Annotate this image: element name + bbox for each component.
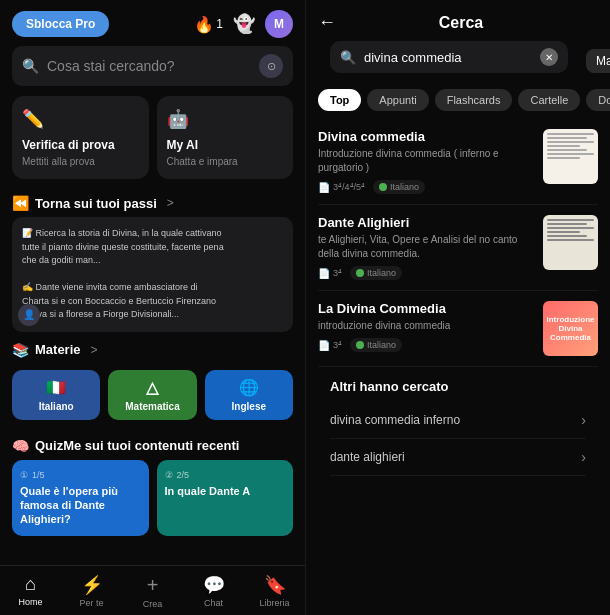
lang-badge-1: Italiano <box>373 180 425 194</box>
result-item-2[interactable]: Dante Alighieri te Alighieri, Vita, Oper… <box>318 205 598 291</box>
thumb-colored-3: introduzione Divina Commedia <box>543 301 598 356</box>
myai-icon: 🤖 <box>167 108 284 130</box>
altri-section: Altri hanno cercato divina commedia infe… <box>318 367 598 476</box>
tab-domande[interactable]: Domande <box>586 89 610 111</box>
thumb-line <box>547 235 587 237</box>
matematica-label: Matematica <box>125 401 179 412</box>
quiz-text-1: Quale è l'opera più famosa di Dante Alig… <box>20 484 141 527</box>
verifica-title: Verifica di prova <box>22 138 139 152</box>
passi-section-row[interactable]: ⏪ Torna sui tuoi passi > <box>0 189 305 217</box>
quizme-section-row: 🧠 QuizMe sui tuoi contenuti recenti <box>12 430 293 454</box>
thumb-line <box>547 145 580 147</box>
ghost-icon[interactable]: 👻 <box>233 13 255 35</box>
thumb-line <box>547 231 580 233</box>
sblocca-pro-button[interactable]: Sblocca Pro <box>12 11 109 37</box>
result-desc-2: te Alighieri, Vita, Opere e Analisi del … <box>318 233 533 261</box>
meta-text-3: 3⁴ <box>333 340 342 350</box>
meta-doc-icon-2: 📄 <box>318 268 330 279</box>
meta-doc-icon-1: 📄 <box>318 182 330 193</box>
right-search-bar[interactable]: 🔍 ✕ <box>330 41 568 73</box>
thumb-line <box>547 227 594 229</box>
result-content-1: Divina commedia Introduzione divina comm… <box>318 129 533 194</box>
materia-italiano[interactable]: 🇮🇹 Italiano <box>12 370 100 420</box>
fire-badge: 🔥 1 <box>194 15 223 34</box>
lang-badge-2: Italiano <box>350 266 402 280</box>
quiz-card-2[interactable]: ② 2/5 In quale Dante A <box>157 460 294 537</box>
flashcard-preview-text: 📝 Ricerca la storia di Divina, in la qua… <box>22 227 283 322</box>
thumb-paper-1 <box>543 129 598 184</box>
result-desc-3: introduzione divina commedia <box>318 319 533 333</box>
tab-flashcards[interactable]: Flashcards <box>435 89 513 111</box>
materie-arrow: > <box>91 343 98 357</box>
forte-label: Per te <box>79 598 103 608</box>
quick-card-verifica[interactable]: ✏️ Verifica di prova Mettiti alla prova <box>12 96 149 179</box>
crea-icon: + <box>147 574 159 597</box>
left-header: Sblocca Pro 🔥 1 👻 M <box>0 0 305 46</box>
altri-item-2[interactable]: dante alighieri › <box>330 439 586 476</box>
result-item-1[interactable]: Divina commedia Introduzione divina comm… <box>318 119 598 205</box>
myai-subtitle: Chatta e impara <box>167 156 284 167</box>
result-desc-1: Introduzione divina commedia ( inferno e… <box>318 147 533 175</box>
inglese-icon: 🌐 <box>239 378 259 397</box>
meta-doc-icon-3: 📄 <box>318 340 330 351</box>
materie-section-row[interactable]: 📚 Materie > <box>12 342 293 364</box>
verifica-subtitle: Mettiti alla prova <box>22 156 139 167</box>
avatar[interactable]: M <box>265 10 293 38</box>
altri-text-1: divina commedia inferno <box>330 413 460 427</box>
quick-card-myai[interactable]: 🤖 My AI Chatta e impara <box>157 96 294 179</box>
altri-title: Altri hanno cercato <box>330 379 586 394</box>
quiz-text-2: In quale Dante A <box>165 484 286 498</box>
italiano-label: Italiano <box>39 401 74 412</box>
altri-arrow-2: › <box>581 449 586 465</box>
quiz-counter-1: ① 1/5 <box>20 470 141 480</box>
nav-libreria[interactable]: 🔖 Libreria <box>244 572 305 611</box>
passi-icon: ⏪ <box>12 195 29 211</box>
tab-top[interactable]: Top <box>318 89 361 111</box>
right-search-row: 🔍 ✕ Materia ▾ <box>306 41 610 89</box>
result-title-1: Divina commedia <box>318 129 533 144</box>
clear-search-button[interactable]: ✕ <box>540 48 558 66</box>
thumb-line <box>547 239 594 241</box>
header-icons: 🔥 1 👻 M <box>194 10 293 38</box>
materie-section: 📚 Materie > 🇮🇹 Italiano △ Matematica 🌐 I… <box>0 342 305 430</box>
materie-pills: 🇮🇹 Italiano △ Matematica 🌐 Inglese <box>12 370 293 420</box>
filter-label: Materia <box>596 54 610 68</box>
lang-text-1: Italiano <box>390 182 419 192</box>
nav-home[interactable]: ⌂ Home <box>0 572 61 611</box>
quiz-card-1[interactable]: ① 1/5 Quale è l'opera più famosa di Dant… <box>12 460 149 537</box>
thumb-paper-2 <box>543 215 598 270</box>
result-title-3: La Divina Commedia <box>318 301 533 316</box>
result-meta-2: 📄 3⁴ Italiano <box>318 266 533 280</box>
nav-forte[interactable]: ⚡ Per te <box>61 572 122 611</box>
thumb-line <box>547 133 594 135</box>
right-search-input[interactable] <box>364 50 532 65</box>
lang-dot-3 <box>356 341 364 349</box>
bottom-nav: ⌂ Home ⚡ Per te + Crea 💬 Chat 🔖 Libreria <box>0 565 305 615</box>
altri-text-2: dante alighieri <box>330 450 405 464</box>
nav-crea[interactable]: + Crea <box>122 572 183 611</box>
quizme-title: QuizMe sui tuoi contenuti recenti <box>35 438 239 453</box>
materia-inglese[interactable]: 🌐 Inglese <box>205 370 293 420</box>
right-panel-title: Cerca <box>344 14 578 32</box>
result-thumb-2 <box>543 215 598 270</box>
thumb-line <box>547 137 587 139</box>
altri-arrow-1: › <box>581 412 586 428</box>
materia-matematica[interactable]: △ Matematica <box>108 370 196 420</box>
result-meta-3: 📄 3⁴ Italiano <box>318 338 533 352</box>
nav-chat[interactable]: 💬 Chat <box>183 572 244 611</box>
materia-filter-button[interactable]: Materia ▾ <box>586 49 610 73</box>
lang-dot-1 <box>379 183 387 191</box>
tab-cartelle[interactable]: Cartelle <box>518 89 580 111</box>
result-item-3[interactable]: La Divina Commedia introduzione divina c… <box>318 291 598 367</box>
thumb-line <box>547 153 594 155</box>
meta-text-1: 3⁴/4⁴/5⁴ <box>333 182 365 192</box>
altri-item-1[interactable]: divina commedia inferno › <box>330 402 586 439</box>
lang-text-2: Italiano <box>367 268 396 278</box>
flashcard-user-avatar: 👤 <box>18 304 40 326</box>
left-search-bar[interactable]: 🔍 Cosa stai cercando? ⊙ <box>12 46 293 86</box>
inglese-label: Inglese <box>232 401 266 412</box>
right-panel: ← Cerca 🔍 ✕ Materia ▾ Top Appunti Flashc… <box>305 0 610 615</box>
back-button[interactable]: ← <box>318 12 336 33</box>
tab-appunti[interactable]: Appunti <box>367 89 428 111</box>
matematica-icon: △ <box>146 378 158 397</box>
